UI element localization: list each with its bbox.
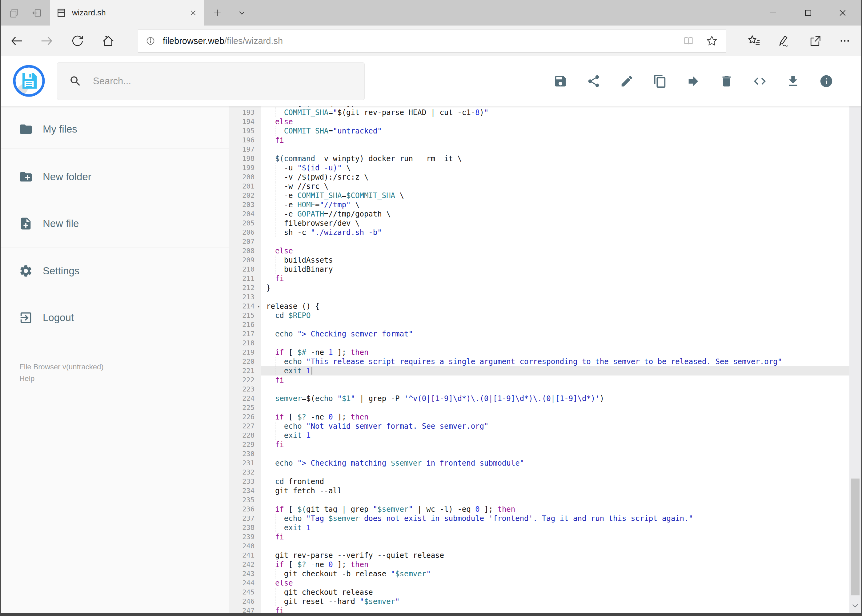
- code-text[interactable]: else: [261, 578, 849, 588]
- code-line[interactable]: 244 else: [229, 578, 849, 588]
- code-text[interactable]: buildAssets: [261, 256, 849, 265]
- code-text[interactable]: echo "> Checking matching $semver in fro…: [261, 459, 849, 468]
- code-text[interactable]: sh -c "./wizard.sh -b": [261, 228, 849, 237]
- code-line[interactable]: 216: [229, 320, 849, 329]
- code-line[interactable]: 212}: [229, 283, 849, 292]
- code-line[interactable]: 211 fi: [229, 274, 849, 283]
- code-line[interactable]: 215 cd $REPO: [229, 311, 849, 320]
- url-bar[interactable]: filebrowser.web/files/wizard.sh: [138, 29, 726, 53]
- code-text[interactable]: cd $REPO: [261, 311, 849, 320]
- back-icon[interactable]: [4, 25, 29, 56]
- code-text[interactable]: fi: [261, 532, 849, 542]
- code-text[interactable]: fi: [261, 606, 849, 614]
- favorite-star-icon[interactable]: [706, 35, 718, 47]
- code-line[interactable]: 239 fi: [229, 532, 849, 542]
- code-text[interactable]: [261, 449, 849, 459]
- code-text[interactable]: filebrowser/dev \: [261, 218, 849, 228]
- code-line[interactable]: 214▾release () {: [229, 302, 849, 311]
- edit-button[interactable]: [620, 74, 634, 88]
- code-text[interactable]: [261, 385, 849, 394]
- code-line[interactable]: 228 exit 1: [229, 431, 849, 440]
- show-set-aside-tabs-icon[interactable]: [6, 0, 23, 25]
- code-line[interactable]: 218: [229, 339, 849, 348]
- scroll-down-icon[interactable]: [849, 597, 861, 614]
- code-line[interactable]: 221 exit 1: [229, 366, 849, 376]
- window-minimize-button[interactable]: [759, 0, 787, 25]
- code-text[interactable]: [261, 292, 849, 302]
- tab-close-icon[interactable]: [189, 9, 198, 17]
- code-line[interactable]: 230: [229, 449, 849, 459]
- code-text[interactable]: exit 1: [261, 366, 849, 376]
- code-line[interactable]: 241 git rev-parse --verify --quiet relea…: [229, 551, 849, 560]
- tab-list-chevron-icon[interactable]: [233, 0, 251, 25]
- set-tabs-aside-icon[interactable]: [28, 0, 46, 25]
- move-button[interactable]: [686, 74, 700, 88]
- code-line[interactable]: 196 fi: [229, 136, 849, 145]
- code-text[interactable]: [261, 320, 849, 329]
- code-text[interactable]: else: [261, 117, 849, 126]
- code-text[interactable]: git rev-parse --verify --quiet release: [261, 551, 849, 560]
- code-text[interactable]: -u "$(id -u)" \: [261, 163, 849, 173]
- code-line[interactable]: 242 if [ $? -ne 0 ]; then: [229, 560, 849, 569]
- code-line[interactable]: 227 echo "Not valid semver format. See s…: [229, 422, 849, 431]
- code-line[interactable]: 219 if [ $# -ne 1 ]; then: [229, 348, 849, 357]
- code-line[interactable]: 240: [229, 542, 849, 551]
- code-text[interactable]: echo "Not valid semver format. See semve…: [261, 422, 849, 431]
- code-text[interactable]: [261, 495, 849, 504]
- code-line[interactable]: 198 $(command -v winpty) docker run --rm…: [229, 154, 849, 163]
- code-text[interactable]: echo "Tag $semver does not exist in subm…: [261, 514, 849, 523]
- scrollbar-thumb[interactable]: [851, 479, 860, 596]
- sidebar-item-logout[interactable]: Logout: [1, 306, 229, 330]
- forward-icon[interactable]: [35, 25, 59, 56]
- code-line[interactable]: 235: [229, 495, 849, 504]
- code-text[interactable]: fi: [261, 440, 849, 449]
- code-text[interactable]: git checkout -b release "$semver": [261, 569, 849, 578]
- code-line[interactable]: 246 git reset --hard "$semver": [229, 597, 849, 606]
- filebrowser-logo[interactable]: [13, 64, 45, 97]
- code-line[interactable]: 202 -e COMMIT_SHA=$COMMIT_SHA \: [229, 191, 849, 200]
- code-text[interactable]: if [ $(git tag | grep "$semver" | wc -l)…: [261, 504, 849, 514]
- code-text[interactable]: COMMIT_SHA="$(git rev-parse HEAD | cut -…: [261, 108, 849, 117]
- code-line[interactable]: 201 -w //src \: [229, 182, 849, 191]
- code-line[interactable]: 195 COMMIT_SHA="untracked": [229, 126, 849, 136]
- raw-code-button[interactable]: [753, 74, 767, 88]
- reading-view-icon[interactable]: [682, 35, 695, 47]
- favorites-hub-icon[interactable]: [742, 25, 766, 56]
- sidebar-item-new-file[interactable]: New file: [1, 212, 229, 236]
- code-line[interactable]: 231 echo "> Checking matching $semver in…: [229, 459, 849, 468]
- code-line[interactable]: 205 filebrowser/dev \: [229, 218, 849, 228]
- code-line[interactable]: 224 semver=$(echo "$1" | grep -P '^v(0|[…: [229, 394, 849, 403]
- search-box[interactable]: [57, 63, 365, 100]
- code-line[interactable]: 222 fi: [229, 376, 849, 385]
- code-text[interactable]: [261, 542, 849, 551]
- code-text[interactable]: -e COMMIT_SHA=$COMMIT_SHA \: [261, 191, 849, 200]
- code-text[interactable]: else: [261, 246, 849, 256]
- sidebar-item-settings[interactable]: Settings: [1, 259, 229, 283]
- code-line[interactable]: 234 git fetch --all: [229, 486, 849, 495]
- sidebar-item-my-files[interactable]: My files: [1, 117, 229, 141]
- code-line[interactable]: 233 cd frontend: [229, 477, 849, 486]
- settings-more-icon[interactable]: [832, 25, 857, 56]
- code-line[interactable]: 236 if [ $(git tag | grep "$semver" | wc…: [229, 504, 849, 514]
- code-text[interactable]: fi: [261, 274, 849, 283]
- code-text[interactable]: [261, 339, 849, 348]
- code-text[interactable]: }: [261, 283, 849, 292]
- site-info-icon[interactable]: [138, 36, 163, 46]
- code-line[interactable]: 229 fi: [229, 440, 849, 449]
- code-text[interactable]: semver=$(echo "$1" | grep -P '^v(0|[1-9]…: [261, 394, 849, 403]
- code-line[interactable]: 193 COMMIT_SHA="$(git rev-parse HEAD | c…: [229, 108, 849, 117]
- web-note-pen-icon[interactable]: [771, 25, 796, 56]
- code-line[interactable]: 208 else: [229, 246, 849, 256]
- code-line[interactable]: 204 -e GOPATH=//tmp/gopath \: [229, 209, 849, 218]
- code-text[interactable]: [261, 403, 849, 412]
- code-line[interactable]: 210 buildBinary: [229, 265, 849, 274]
- save-button[interactable]: [553, 74, 567, 88]
- code-text[interactable]: git fetch --all: [261, 486, 849, 495]
- code-text[interactable]: [261, 145, 849, 154]
- home-icon[interactable]: [96, 25, 121, 56]
- code-line[interactable]: 203 -e HOME="//tmp" \: [229, 200, 849, 209]
- code-line[interactable]: 197: [229, 145, 849, 154]
- code-text[interactable]: [261, 468, 849, 477]
- code-text[interactable]: exit 1: [261, 523, 849, 532]
- new-tab-button[interactable]: [209, 0, 226, 25]
